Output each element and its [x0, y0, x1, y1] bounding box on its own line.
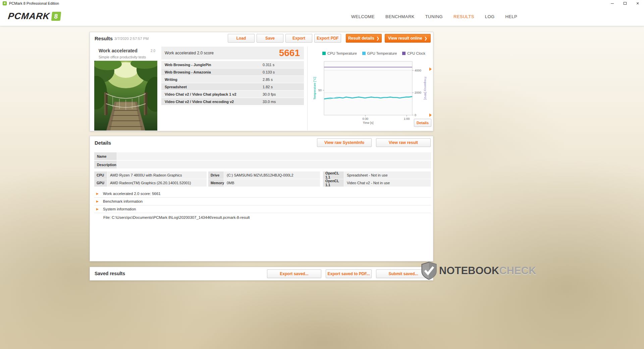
metric-value: 1.82 s — [263, 85, 273, 89]
legend-label: CPU Temperature — [327, 51, 357, 55]
table-row: Spreadsheet 1.82 s — [161, 83, 304, 90]
expand-arrow-icon: ▶ — [96, 192, 103, 195]
svg-text:1:00: 1:00 — [404, 117, 410, 120]
expander-score[interactable]: ▶ Work accelerated 2.0 score: 5661 — [94, 190, 431, 198]
result-details-button[interactable]: Result details ❯ — [346, 34, 382, 43]
metric-table: Web Browsing - JunglePin 0.311 s Web Bro… — [161, 61, 304, 105]
score-value: 5661 — [279, 48, 300, 58]
details-title: Details — [95, 140, 111, 146]
description-label: Description — [94, 161, 117, 168]
cpu-value: AMD Ryzen 7 4800U with Radeon Graphics — [107, 171, 207, 179]
score-panel: Work accelerated 2.0 score 5661 Web Brow… — [161, 47, 304, 105]
save-button[interactable]: Save — [257, 34, 283, 43]
titlebar: 8 PCMark 8 Professional Edition ✕ — [0, 0, 644, 7]
metric-label: Video Chat v2 / Video Chat encoding v2 — [165, 100, 263, 104]
results-panel: Results 3/7/2020 2:57:57 PM Load Save Ex… — [90, 32, 433, 131]
opencl-label: OpenCL 1.1 — [323, 179, 344, 187]
chevron-right-icon: ❯ — [424, 36, 427, 41]
svg-text:2000: 2000 — [415, 91, 421, 94]
results-timestamp: 3/7/2020 2:57:57 PM — [114, 37, 149, 41]
legend-gpu-temperature: GPU Temperature — [362, 51, 397, 55]
logo-text: PCMARK — [7, 11, 50, 21]
result-file-path: File: C:\Users\pc\Documents\PCMark 8\Log… — [103, 215, 250, 219]
export-saved-button[interactable]: Export saved... — [267, 269, 321, 278]
table-row: Web Browsing - JunglePin 0.311 s — [161, 61, 304, 68]
drive-value: (C:) SAMSUNG MZVLB512HBJQ-000L2 — [224, 171, 320, 179]
metric-value: 33.0 ms — [263, 100, 276, 104]
view-online-label: View result online — [388, 36, 422, 41]
close-icon: ✕ — [636, 1, 639, 6]
chart-range-handle-top[interactable] — [429, 67, 432, 71]
nav-results[interactable]: RESULTS — [453, 14, 474, 19]
table-row: Writing 2.85 s — [161, 76, 304, 83]
chart-range-handle-bottom[interactable] — [429, 113, 432, 117]
shield-check-icon — [420, 261, 438, 280]
work-accelerated-thumbnail — [94, 61, 157, 131]
table-row: Video Chat v2 / Video Chat encoding v2 3… — [161, 98, 304, 105]
name-field-row: Name — [94, 152, 431, 160]
memory-label: Memory — [208, 179, 224, 187]
saved-results-panel: Saved results Export saved... Export sav… — [90, 267, 433, 281]
metric-value: 30.0 fps — [263, 92, 276, 96]
nav-help[interactable]: HELP — [505, 14, 517, 19]
test-name: Work accelerated — [99, 48, 138, 53]
cpu-label: CPU — [94, 171, 107, 179]
export-pdf-button[interactable]: Export PDF — [314, 34, 341, 43]
saved-results-title: Saved results — [95, 267, 125, 280]
svg-text:Temperature [°C]: Temperature [°C] — [313, 77, 316, 100]
gpu-label: GPU — [94, 179, 107, 187]
pcmark-logo: PCMARK 8 — [7, 11, 61, 21]
metric-value: 0.311 s — [263, 63, 274, 67]
test-panel: Work accelerated 2.0 Simple office produ… — [94, 47, 157, 131]
description-field[interactable] — [117, 161, 431, 168]
expander-label: Work accelerated 2.0 score: 5661 — [103, 192, 161, 196]
table-row: Video Chat v2 / Video Chat playback 1 v2… — [161, 91, 304, 98]
performance-chart: CPU Temperature GPU Temperature CPU Cloc… — [312, 51, 433, 131]
result-details-label: Result details — [348, 36, 374, 41]
metric-value: 2.85 s — [263, 78, 273, 82]
legend-label: GPU Temperature — [367, 51, 397, 55]
minimize-button[interactable] — [606, 0, 619, 7]
svg-text:4000: 4000 — [415, 69, 421, 72]
svg-text:Frequency [MHz]: Frequency [MHz] — [424, 77, 427, 100]
view-raw-result-button[interactable]: View raw result — [376, 138, 431, 147]
expander-system-information[interactable]: ▶ System information — [94, 205, 431, 213]
jungle-bridge-image — [94, 61, 157, 131]
expander-label: Benchmark information — [103, 199, 143, 203]
close-button[interactable]: ✕ — [631, 0, 644, 7]
drive-label: Drive — [208, 171, 224, 179]
nav-log[interactable]: LOG — [485, 14, 495, 19]
name-field[interactable] — [117, 152, 431, 160]
expand-arrow-icon: ▶ — [96, 200, 103, 203]
chart-legend: CPU Temperature GPU Temperature CPU Cloc… — [322, 51, 425, 56]
nav-welcome[interactable]: WELCOME — [351, 14, 375, 19]
logo-badge: 8 — [51, 12, 61, 21]
export-button[interactable]: Export — [285, 34, 312, 43]
export-saved-pdf-button[interactable]: Export saved to PDF... — [326, 269, 372, 278]
maximize-button[interactable] — [619, 0, 631, 7]
window-controls: ✕ — [606, 0, 644, 7]
view-raw-systeminfo-button[interactable]: View raw SystemInfo — [317, 138, 372, 147]
watermark-text-check: CHECK — [499, 265, 536, 277]
nav-benchmark[interactable]: BENCHMARK — [385, 14, 415, 19]
expander-benchmark-information[interactable]: ▶ Benchmark information — [94, 198, 431, 205]
legend-cpu-temperature: CPU Temperature — [322, 51, 357, 55]
metric-label: Spreadsheet — [165, 85, 263, 89]
main-header: PCMARK 8 WELCOME BENCHMARK TUNING RESULT… — [0, 7, 644, 26]
opencl-videochat-value: Video Chat v2 - Not in use — [344, 179, 431, 187]
opencl-label: OpenCL 1.1 — [323, 171, 344, 179]
description-field-row: Description — [94, 161, 431, 168]
nav-tuning[interactable]: TUNING — [425, 14, 443, 19]
chart-canvas: 400020000500:301:00Time [s]Temperature [… — [312, 58, 432, 125]
score-header: Work accelerated 2.0 score 5661 — [161, 47, 304, 59]
cpu-temperature-swatch — [322, 52, 326, 55]
main-nav: WELCOME BENCHMARK TUNING RESULTS LOG HEL… — [351, 7, 517, 26]
chart-details-button[interactable]: Details — [414, 119, 431, 127]
gpu-temperature-swatch — [362, 52, 366, 55]
vertical-divider — [307, 47, 308, 131]
score-label: Work accelerated 2.0 score — [165, 51, 214, 55]
svg-text:Time [s]: Time [s] — [363, 121, 374, 124]
load-button[interactable]: Load — [228, 34, 255, 43]
window-title: PCMark 8 Professional Edition — [9, 1, 59, 5]
view-result-online-button[interactable]: View result online ❯ — [385, 34, 431, 43]
